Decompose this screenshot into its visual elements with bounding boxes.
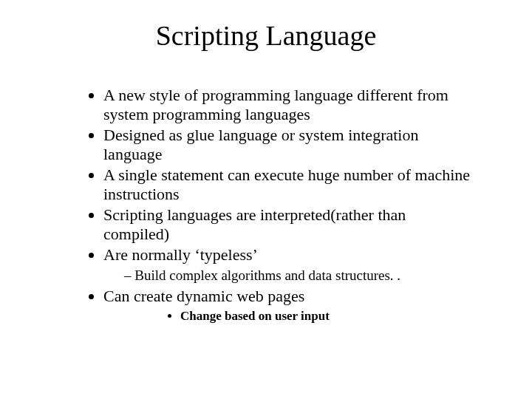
bullet-item: A single statement can execute huge numb… [103,166,488,204]
bullet-text: Are normally ‘typeless’ [103,245,258,264]
bullet-item: Designed as glue language or system inte… [103,126,488,164]
sub-bullet-text: Build complex algorithms and data struct… [134,267,400,283]
slide-title: Scripting Language [44,19,488,52]
bullet-text: Scripting languages are interpreted(rath… [103,205,406,243]
sub-bullet-list: Build complex algorithms and data struct… [103,267,473,284]
bullet-text: A single statement can execute huge numb… [103,166,470,203]
bullet-text: Can create dynamic web pages [103,287,304,305]
bullet-text: Designed as glue language or system inte… [103,126,418,163]
bullet-item: Are normally ‘typeless’ Build complex al… [103,245,488,284]
sub-sub-bullet-text: Change based on user input [180,309,330,323]
bullet-text: A new style of programming language diff… [103,86,449,123]
bullet-item: Can create dynamic web pages Change base… [103,287,488,324]
slide: Scripting Language A new style of progra… [0,0,532,399]
bullet-item: A new style of programming language diff… [103,86,488,124]
bullet-item: Scripting languages are interpreted(rath… [103,205,488,244]
bullet-list: A new style of programming language diff… [44,86,488,324]
sub-sub-bullet-item: Change based on user input [180,309,473,324]
sub-sub-bullet-list: Change based on user input [103,309,473,324]
sub-bullet-item: Build complex algorithms and data struct… [124,267,473,284]
